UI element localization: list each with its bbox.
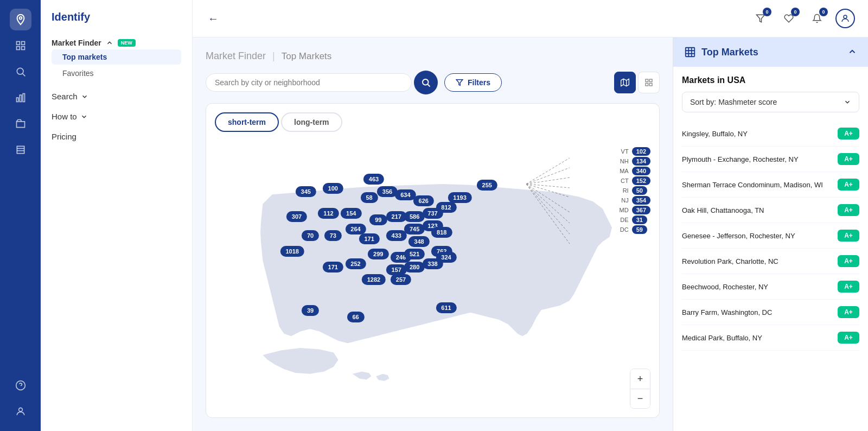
state-code: RI <box>614 187 629 194</box>
sidebar-icon-chart[interactable] <box>10 87 31 109</box>
zoom-controls: + − <box>630 369 650 409</box>
sidebar-icon-location[interactable] <box>10 9 31 30</box>
pricing-nav-item[interactable]: Pricing <box>41 126 192 147</box>
market-finder-section: Market Finder NEW Top markets Favorites <box>41 34 192 86</box>
market-item[interactable]: Revolution Park, Charlotte, NC A+ <box>682 249 859 274</box>
market-item[interactable]: Barry Farm, Washington, DC A+ <box>682 300 859 325</box>
market-item[interactable]: Plymouth - Exchange, Rochester, NY A+ <box>682 147 859 172</box>
svg-rect-26 <box>649 83 652 86</box>
back-button[interactable]: ← <box>206 10 221 27</box>
market-name: Medical Park, Buffalo, NY <box>682 334 838 342</box>
nav-title: Identify <box>41 11 192 34</box>
grade-badge: A+ <box>838 230 859 242</box>
svg-rect-9 <box>23 94 24 102</box>
grid-view-button[interactable] <box>638 72 660 93</box>
svg-rect-36 <box>686 48 695 57</box>
panel-title: Top Markets <box>684 46 758 58</box>
svg-point-0 <box>19 17 22 20</box>
map-view-button[interactable] <box>614 72 636 93</box>
grid-view-icon <box>644 78 653 87</box>
panel-header: Top Markets <box>673 37 868 67</box>
grade-badge: A+ <box>838 179 859 191</box>
sidebar-icon-help[interactable] <box>10 375 31 396</box>
svg-marker-20 <box>621 79 629 86</box>
heart-icon-btn[interactable]: 0 <box>779 9 799 28</box>
heart-badge: 0 <box>791 8 800 16</box>
state-num: 31 <box>632 216 647 224</box>
state-code: VT <box>614 148 629 155</box>
breadcrumb: Top Markets <box>282 51 332 62</box>
state-num: 367 <box>632 206 650 214</box>
svg-rect-24 <box>649 79 652 82</box>
grade-badge: A+ <box>838 255 859 267</box>
content-area: Market Finder | Top Markets Filters <box>193 37 868 431</box>
sidebar-icon-user[interactable] <box>10 401 31 422</box>
favorites-nav-item[interactable]: Favorites <box>52 66 181 81</box>
market-item[interactable]: Oak Hill, Chattanooga, TN A+ <box>682 198 859 223</box>
grade-badge: A+ <box>838 306 859 318</box>
zoom-out-button[interactable]: − <box>630 389 650 408</box>
sidebar-icon-book[interactable] <box>10 139 31 161</box>
state-num: 354 <box>632 196 650 205</box>
avatar[interactable] <box>835 9 855 28</box>
state-label-row: MA340 <box>614 167 650 175</box>
how-to-nav-item[interactable]: How to <box>41 106 192 126</box>
market-finder-header[interactable]: Market Finder NEW <box>52 39 181 47</box>
state-label-row: NJ354 <box>614 196 650 205</box>
state-num: 340 <box>632 167 650 175</box>
top-markets-nav-item[interactable]: Top markets <box>52 49 181 65</box>
svg-point-14 <box>18 408 22 411</box>
bell-icon-btn[interactable]: 0 <box>807 9 827 28</box>
svg-point-5 <box>17 68 23 74</box>
sidebar <box>0 0 41 431</box>
search-nav-item[interactable]: Search <box>41 86 192 106</box>
state-num: 59 <box>632 225 647 234</box>
chevron-up-panel-icon <box>847 47 857 56</box>
state-labels: VT102NH134MA340CT152RI50NJ354MD367DE31DC… <box>614 147 650 234</box>
market-item[interactable]: Medical Park, Buffalo, NY A+ <box>682 325 859 351</box>
main-content: ← 0 0 0 Market Finder | <box>193 0 868 431</box>
filter-icon-btn[interactable]: 0 <box>751 9 770 28</box>
chevron-down-icon-2 <box>80 113 88 121</box>
svg-rect-3 <box>16 47 20 50</box>
chevron-up-icon <box>106 39 113 47</box>
market-item[interactable]: Genesee - Jefferson, Rochester, NY A+ <box>682 223 859 249</box>
market-name: Oak Hill, Chattanooga, TN <box>682 206 838 214</box>
sidebar-icon-grid[interactable] <box>10 35 31 56</box>
svg-line-18 <box>427 84 430 86</box>
short-term-tab[interactable]: short-term <box>215 112 279 132</box>
filters-button[interactable]: Filters <box>444 73 502 92</box>
svg-rect-8 <box>20 95 21 102</box>
state-num: 102 <box>632 147 650 156</box>
long-term-tab[interactable]: long-term <box>281 112 342 132</box>
search-button[interactable] <box>414 71 438 94</box>
market-item[interactable]: Beechwood, Rochester, NY A+ <box>682 274 859 300</box>
panel-collapse-button[interactable] <box>847 47 857 58</box>
sidebar-icon-search[interactable] <box>10 61 31 83</box>
svg-point-17 <box>423 79 429 85</box>
search-input[interactable] <box>215 78 403 87</box>
svg-rect-4 <box>21 47 24 50</box>
search-btn-icon <box>421 78 431 87</box>
filter-btn-icon <box>456 79 463 86</box>
zoom-in-button[interactable]: + <box>630 369 650 389</box>
search-input-wrap[interactable] <box>206 73 412 92</box>
grade-badge: A+ <box>838 204 859 216</box>
sort-select[interactable]: Sort by: Mashmeter score <box>682 92 859 112</box>
market-item[interactable]: Sherman Terrace Condominum, Madison, WI … <box>682 172 859 198</box>
market-finder-label: Market Finder <box>52 39 101 47</box>
svg-line-6 <box>22 74 25 77</box>
view-toggle <box>614 72 660 93</box>
svg-rect-2 <box>21 42 24 45</box>
market-item[interactable]: Kingsley, Buffalo, NY A+ <box>682 121 859 147</box>
svg-marker-15 <box>757 15 765 22</box>
state-code: MD <box>614 207 629 213</box>
svg-rect-25 <box>646 83 648 86</box>
page-title-text: Market Finder <box>206 50 266 62</box>
map-container[interactable]: short-term long-term 3 <box>206 103 660 418</box>
search-bar: Filters <box>206 71 660 94</box>
sidebar-icon-folder[interactable] <box>10 113 31 135</box>
map-view-icon <box>621 78 629 87</box>
svg-rect-23 <box>646 79 648 82</box>
grade-badge: A+ <box>838 332 859 344</box>
